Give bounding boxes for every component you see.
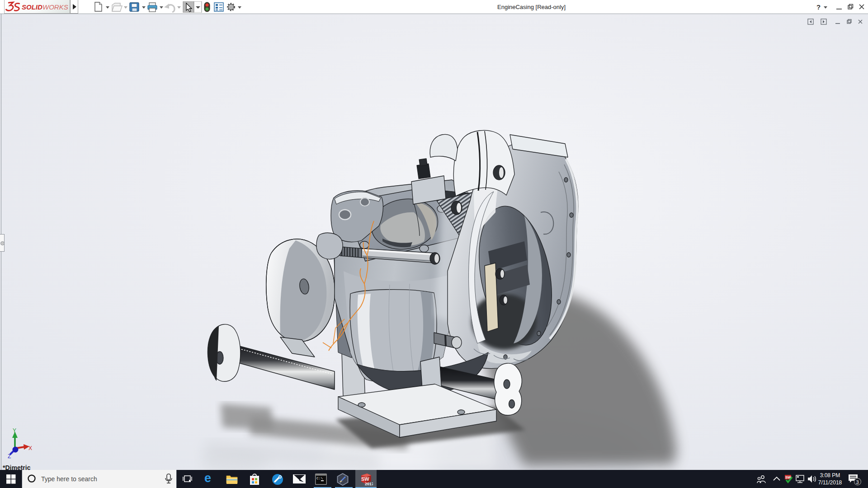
svg-text:C:\: C:\ [316, 476, 323, 480]
svg-text:?: ? [816, 3, 821, 11]
svg-text:2017: 2017 [365, 482, 373, 486]
svg-text:WORKS: WORKS [42, 3, 68, 11]
svg-text:SW: SW [361, 476, 369, 482]
svg-text:SOLID: SOLID [22, 3, 42, 11]
svg-text:Y: Y [13, 427, 16, 434]
svg-text:3: 3 [856, 479, 859, 485]
svg-text:Z: Z [8, 453, 11, 460]
svg-text:X: X [28, 445, 32, 451]
